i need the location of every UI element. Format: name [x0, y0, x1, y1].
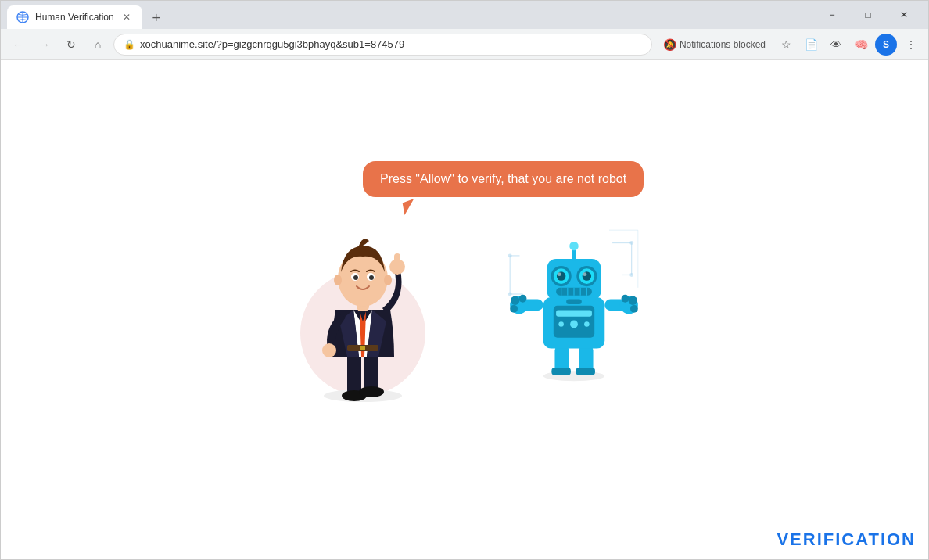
verification-scene: Press "Allow" to verify, that you are no…: [285, 185, 644, 404]
menu-button[interactable]: ⋮: [900, 34, 922, 56]
svg-point-41: [570, 321, 578, 328]
bell-slash-icon: 🔕: [663, 38, 676, 51]
svg-point-18: [369, 275, 374, 280]
svg-rect-37: [576, 368, 595, 375]
page-content: Press "Allow" to verify, that you are no…: [1, 60, 928, 559]
address-actions: 🔕 Notifications blocked ☆ 📄 👁 🧠 S ⋮: [657, 34, 922, 56]
svg-rect-71: [566, 300, 582, 305]
svg-point-52: [622, 295, 629, 303]
svg-point-7: [359, 386, 384, 397]
chrome-window: Human Verification ✕ + − □ ✕ ← → ↻ ⌂ 🔒: [0, 0, 929, 560]
svg-point-20: [384, 275, 392, 285]
home-button[interactable]: ⌂: [87, 34, 109, 56]
reading-list-button[interactable]: 📄: [800, 34, 822, 56]
title-bar: Human Verification ✕ + − □ ✕: [1, 1, 928, 29]
url-bar[interactable]: 🔒 xochuanime.site/?p=gizgcnrqgu5gi3bphay…: [113, 34, 652, 56]
svg-point-25: [629, 273, 633, 277]
robot-figure: [504, 232, 644, 404]
lens-button[interactable]: 👁: [825, 34, 847, 56]
forward-button[interactable]: →: [34, 34, 56, 56]
svg-point-60: [558, 272, 561, 276]
svg-rect-36: [551, 368, 571, 375]
back-button[interactable]: ←: [7, 34, 29, 56]
maximize-button[interactable]: □: [850, 1, 886, 29]
lock-icon: 🔒: [124, 39, 135, 50]
close-button[interactable]: ✕: [886, 1, 922, 29]
svg-point-42: [558, 321, 564, 327]
svg-point-24: [629, 241, 633, 245]
svg-point-51: [629, 296, 637, 304]
tab-strip: Human Verification ✕ +: [7, 1, 811, 29]
url-text: xochuanime.site/?p=gizgcnrqgu5gi3bphayq&…: [140, 38, 642, 50]
reload-button[interactable]: ↻: [60, 34, 82, 56]
svg-rect-9: [360, 346, 365, 350]
svg-point-48: [510, 305, 518, 313]
svg-point-46: [511, 296, 519, 304]
bookmark-button[interactable]: ☆: [775, 34, 797, 56]
window-controls: − □ ✕: [814, 1, 922, 29]
minimize-button[interactable]: −: [814, 1, 850, 29]
tab-title: Human Verification: [35, 12, 114, 23]
svg-point-64: [583, 272, 586, 276]
svg-point-47: [519, 295, 527, 303]
notifications-blocked: 🔕 Notifications blocked: [657, 38, 772, 51]
svg-point-12: [322, 343, 336, 357]
new-tab-button[interactable]: +: [145, 7, 167, 29]
address-bar: ← → ↻ ⌂ 🔒 xochuanime.site/?p=gizgcnrqgu5…: [1, 29, 928, 60]
tab-favicon: [16, 11, 29, 23]
profile-button[interactable]: S: [875, 34, 897, 56]
svg-point-53: [630, 305, 638, 313]
person-figure: [285, 185, 441, 404]
svg-point-19: [334, 275, 342, 285]
person-svg: [285, 185, 441, 404]
svg-rect-11: [394, 253, 400, 269]
robot-svg: [504, 185, 644, 404]
speech-bubble: Press "Allow" to verify, that you are no…: [363, 161, 644, 197]
watermark: VERIFICATION: [777, 529, 916, 550]
svg-point-31: [508, 253, 512, 257]
svg-point-17: [353, 275, 358, 280]
svg-point-56: [569, 242, 578, 250]
tab-close-button[interactable]: ✕: [120, 11, 133, 23]
notifications-blocked-text: Notifications blocked: [680, 39, 766, 50]
memory-button[interactable]: 🧠: [850, 34, 872, 56]
svg-point-32: [508, 293, 512, 296]
active-tab[interactable]: Human Verification ✕: [7, 5, 142, 29]
svg-point-43: [584, 321, 590, 327]
svg-rect-40: [556, 310, 592, 316]
